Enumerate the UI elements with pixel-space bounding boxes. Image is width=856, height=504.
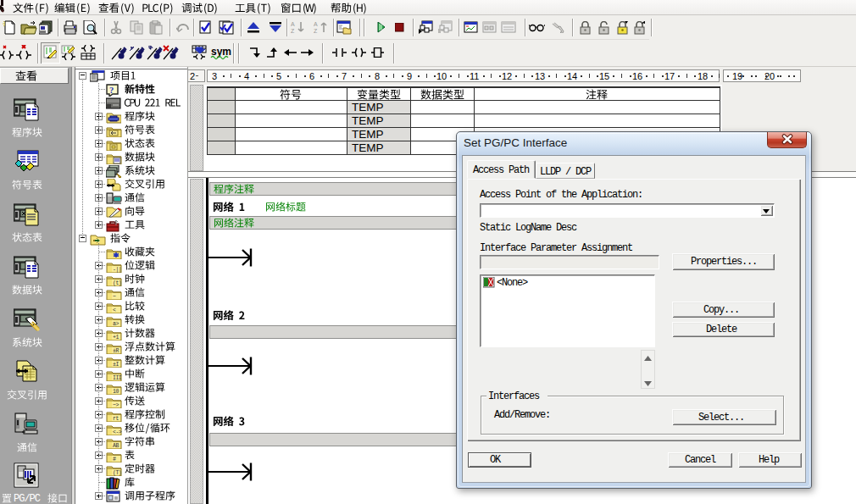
svg-text:#: # <box>113 457 116 462</box>
svg-text:+1: +1 <box>113 335 119 341</box>
svg-text:III: III <box>113 375 122 381</box>
svg-text:Z: Z <box>314 28 318 34</box>
svg-text:<->: <-> <box>113 429 122 435</box>
svg-text:10: 10 <box>113 389 119 395</box>
svg-text:AB: AB <box>113 443 119 449</box>
svg-text:A: A <box>314 21 318 27</box>
svg-text:Z: Z <box>291 28 295 34</box>
svg-text:(t): (t) <box>113 280 121 286</box>
svg-text:±R: ±R <box>113 348 119 354</box>
svg-text:(T): (T) <box>113 470 121 476</box>
svg-text:~: ~ <box>113 294 116 300</box>
svg-text:-||-: -||- <box>113 267 122 273</box>
svg-text:A: A <box>291 21 295 27</box>
svg-text:rt: rt <box>113 416 119 422</box>
svg-text:±I: ±I <box>113 362 119 368</box>
svg-text:?: ? <box>109 86 114 95</box>
svg-text:<: < <box>113 307 116 313</box>
svg-text:a>: a> <box>113 321 119 327</box>
svg-text:~>: ~> <box>113 402 119 408</box>
